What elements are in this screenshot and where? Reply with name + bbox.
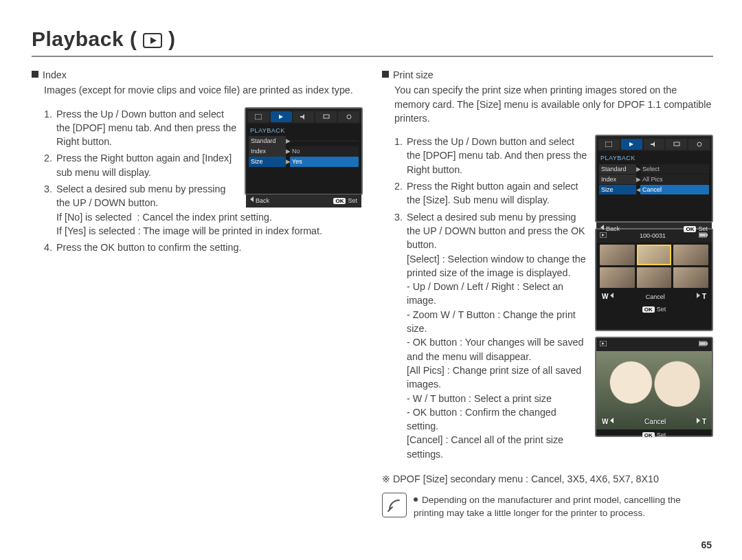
title-text: Playback ( [32, 27, 137, 50]
note-icon [382, 493, 407, 517]
square-bullet-icon [382, 71, 389, 78]
step: Select a desired sub menu by pressing th… [44, 182, 363, 238]
playback-icon [143, 28, 162, 52]
step-sub: If [No] is selected : Cancel the index p… [56, 210, 363, 224]
step-sub: [Cancel] : Cancel all of the print size … [407, 433, 713, 461]
svg-marker-1 [150, 37, 157, 44]
index-desc: Images (except for movie clips and voice… [44, 83, 363, 97]
step-sub: If [Yes] is selected : The image will be… [56, 224, 363, 238]
step: Press the Up / Down button and select th… [44, 107, 363, 149]
section-title-printsize: Print size [382, 68, 713, 82]
page-title: Playback ( ) [32, 27, 713, 52]
step-sub: - OK button : Confirm the changed settin… [407, 405, 713, 434]
step: Select a desired sub menu by pressing th… [394, 210, 713, 461]
step-sub: - OK button : Your changes will be saved… [407, 335, 713, 363]
printsize-desc: You can specify the print size when prin… [394, 83, 713, 125]
step: Press the Right button again and select … [394, 179, 713, 208]
step-sub: [Select] : Selection window to change th… [407, 252, 713, 280]
page-number: 65 [701, 539, 712, 550]
columns: Index Images (except for movie clips and… [32, 68, 713, 520]
secondary-menu-note: ※ DPOF [Size] secondary menu : Cancel, 3… [382, 472, 713, 486]
bullet-icon [414, 497, 418, 502]
step: Press the Right button again and [Index]… [44, 151, 363, 179]
note-text: Depending on the manufacturer and print … [414, 493, 713, 520]
col-printsize: Print size You can specify the print siz… [382, 68, 713, 520]
printsize-steps: Press the Up / Down button and select th… [394, 135, 713, 461]
step-sub: - Zoom W / T Button : Change the print s… [407, 308, 713, 336]
section-heading: Index [43, 69, 67, 80]
section-title-index: Index [32, 68, 363, 82]
step-sub: - Up / Down / Left / Right : Select an i… [407, 280, 713, 308]
step-sub: - W / T button : Select a print size [407, 392, 713, 405]
step: Press the OK button to confirm the setti… [44, 240, 363, 254]
col-index: Index Images (except for movie clips and… [32, 68, 363, 520]
step-sub: [All Pics] : Change print size of all sa… [407, 363, 713, 392]
section-heading: Print size [393, 69, 434, 80]
step: Press the Up / Down button and select th… [394, 135, 713, 177]
page: Playback ( ) Index Images (except for mo… [0, 0, 742, 560]
square-bullet-icon [32, 71, 38, 78]
title-close: ) [168, 27, 176, 50]
note-row: Depending on the manufacturer and print … [382, 493, 713, 520]
title-rule [32, 56, 713, 57]
